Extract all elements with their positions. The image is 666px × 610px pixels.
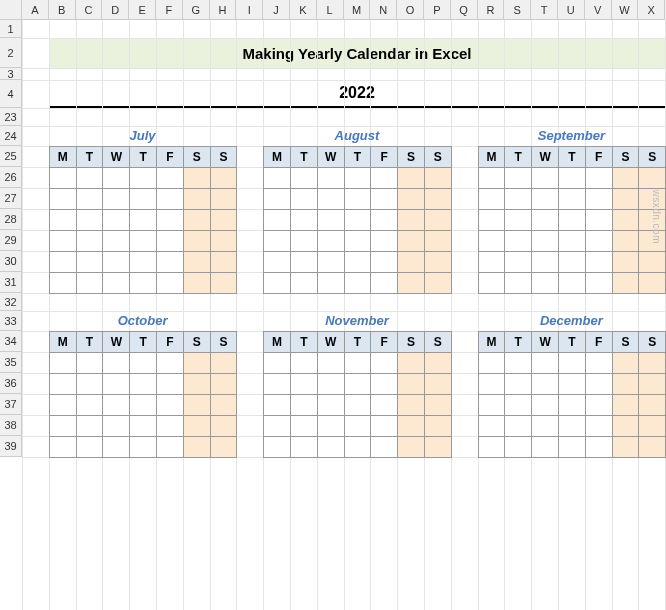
calendar-cell[interactable] [398,353,425,374]
row-header-27[interactable]: 27 [0,188,22,209]
col-header-G[interactable]: G [183,0,210,20]
calendar-cell[interactable] [210,437,237,458]
calendar-cell[interactable] [49,395,76,416]
calendar-cell[interactable] [478,168,505,189]
calendar-cell[interactable] [532,210,559,231]
calendar-cell[interactable] [317,189,344,210]
calendar-cell[interactable] [317,231,344,252]
calendar-cell[interactable] [398,168,425,189]
calendar-cell[interactable] [76,374,103,395]
calendar-cell[interactable] [585,168,612,189]
calendar-cell[interactable] [156,189,183,210]
calendar-cell[interactable] [424,273,451,294]
calendar-cell[interactable] [612,273,639,294]
calendar-cell[interactable] [130,231,157,252]
calendar-cell[interactable] [156,168,183,189]
calendar-cell[interactable] [317,374,344,395]
calendar-cell[interactable] [424,374,451,395]
calendar-cell[interactable] [264,210,291,231]
calendar-cell[interactable] [532,273,559,294]
calendar-cell[interactable] [585,353,612,374]
calendar-cell[interactable] [317,168,344,189]
calendar-cell[interactable] [532,189,559,210]
calendar-cell[interactable] [558,189,585,210]
calendar-cell[interactable] [290,353,317,374]
calendar-cell[interactable] [49,374,76,395]
row-header-39[interactable]: 39 [0,436,22,457]
calendar-cell[interactable] [317,210,344,231]
calendar-cell[interactable] [344,273,371,294]
col-header-J[interactable]: J [263,0,290,20]
calendar-cell[interactable] [103,231,130,252]
calendar-cell[interactable] [532,231,559,252]
calendar-cell[interactable] [210,416,237,437]
calendar-cell[interactable] [558,437,585,458]
col-header-P[interactable]: P [424,0,451,20]
calendar-cell[interactable] [264,252,291,273]
calendar-cell[interactable] [103,168,130,189]
calendar-cell[interactable] [344,437,371,458]
calendar-cell[interactable] [49,168,76,189]
calendar-cell[interactable] [558,353,585,374]
calendar-cell[interactable] [103,210,130,231]
calendar-cell[interactable] [612,395,639,416]
calendar-cell[interactable] [156,437,183,458]
calendar-cell[interactable] [371,231,398,252]
calendar-cell[interactable] [424,189,451,210]
col-header-W[interactable]: W [612,0,639,20]
row-header-33[interactable]: 33 [0,311,22,331]
calendar-cell[interactable] [183,416,210,437]
col-header-C[interactable]: C [76,0,103,20]
calendar-cell[interactable] [210,252,237,273]
col-header-Q[interactable]: Q [451,0,478,20]
calendar-cell[interactable] [585,416,612,437]
row-header-3[interactable]: 3 [0,68,22,80]
calendar-cell[interactable] [398,374,425,395]
calendar-cell[interactable] [130,210,157,231]
row-header-36[interactable]: 36 [0,373,22,394]
calendar-cell[interactable] [612,210,639,231]
calendar-cell[interactable] [49,273,76,294]
calendar-cell[interactable] [264,416,291,437]
calendar-cell[interactable] [505,416,532,437]
calendar-cell[interactable] [344,210,371,231]
row-header-32[interactable]: 32 [0,293,22,311]
calendar-cell[interactable] [130,252,157,273]
calendar-cell[interactable] [210,189,237,210]
calendar-cell[interactable] [130,416,157,437]
calendar-cell[interactable] [76,168,103,189]
calendar-cell[interactable] [505,395,532,416]
calendar-cell[interactable] [49,210,76,231]
calendar-cell[interactable] [505,189,532,210]
calendar-cell[interactable] [532,374,559,395]
calendar-cell[interactable] [317,273,344,294]
calendar-cell[interactable] [130,395,157,416]
calendar-cell[interactable] [317,416,344,437]
calendar-cell[interactable] [585,395,612,416]
calendar-cell[interactable] [344,168,371,189]
calendar-cell[interactable] [103,437,130,458]
calendar-cell[interactable] [183,395,210,416]
calendar-cell[interactable] [76,231,103,252]
calendar-cell[interactable] [49,252,76,273]
calendar-cell[interactable] [505,353,532,374]
col-header-O[interactable]: O [397,0,424,20]
calendar-cell[interactable] [344,395,371,416]
calendar-cell[interactable] [558,231,585,252]
calendar-cell[interactable] [156,231,183,252]
calendar-cell[interactable] [558,374,585,395]
calendar-cell[interactable] [264,374,291,395]
calendar-cell[interactable] [290,210,317,231]
calendar-cell[interactable] [585,273,612,294]
row-header-28[interactable]: 28 [0,209,22,230]
calendar-cell[interactable] [130,273,157,294]
calendar-cell[interactable] [505,374,532,395]
calendar-cell[interactable] [398,231,425,252]
calendar-cell[interactable] [317,437,344,458]
calendar-cell[interactable] [424,395,451,416]
row-header-24[interactable]: 24 [0,126,22,146]
calendar-cell[interactable] [478,437,505,458]
calendar-cell[interactable] [371,273,398,294]
calendar-cell[interactable] [130,189,157,210]
col-header-N[interactable]: N [370,0,397,20]
